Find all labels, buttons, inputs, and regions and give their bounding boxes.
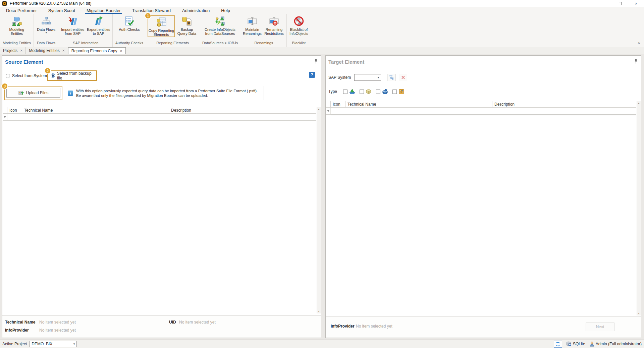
type-checkbox-infocube[interactable] bbox=[360, 90, 364, 94]
radio-icon-selected[interactable] bbox=[51, 73, 55, 78]
ribbon-group-label: Reporting Elements bbox=[148, 40, 198, 47]
type-checkbox-infoobject[interactable] bbox=[392, 90, 397, 94]
user-icon bbox=[589, 341, 594, 347]
scroll-down-icon[interactable]: ▼ bbox=[317, 309, 321, 313]
column-header-description[interactable]: Description bbox=[169, 107, 316, 113]
scroll-down-icon[interactable]: ▼ bbox=[637, 311, 641, 315]
radio-icon bbox=[6, 74, 10, 78]
scroll-up-icon[interactable]: ▲ bbox=[637, 101, 641, 105]
copy-reporting-elements-button[interactable]: Copy Reporting Elements bbox=[148, 16, 174, 37]
source-panel-footer: Technical Name No item selected yet UID … bbox=[2, 315, 321, 338]
import-entities-button[interactable]: Import entities from SAP bbox=[60, 15, 85, 36]
ribbon-group-modeling-entities: Modeling Entities Modeling Entities bbox=[0, 14, 34, 47]
filter-funnel-icon bbox=[3, 116, 6, 119]
column-header-description[interactable]: Description bbox=[492, 101, 636, 107]
import-from-sap-icon bbox=[67, 16, 78, 26]
ribbon-group-label: Modeling Entities bbox=[1, 40, 32, 47]
filter-funnel-icon bbox=[327, 110, 330, 113]
auth-checks-button[interactable]: Auth Checks bbox=[114, 15, 144, 32]
radio-backup-highlight: 2 Select from backup file bbox=[47, 70, 97, 81]
source-grid-header: Icon Technical Name Description bbox=[3, 107, 316, 114]
target-grid-filter-row[interactable] bbox=[326, 108, 636, 115]
close-button[interactable]: × bbox=[628, 0, 644, 7]
ribbon: Modeling Entities Modeling Entities Data… bbox=[0, 14, 644, 47]
infoprovider-value: No item selected yet bbox=[356, 324, 392, 329]
minimize-icon: – bbox=[603, 1, 606, 6]
menu-tab-translation-steward[interactable]: Translation Steward bbox=[126, 7, 176, 14]
maintain-renamings-icon bbox=[247, 16, 258, 26]
radio-select-from-backup[interactable]: Select from backup file bbox=[57, 71, 96, 80]
active-project-select[interactable]: DEMO_BIX ▾ bbox=[30, 341, 77, 347]
ribbon-group-sap-interaction: Import entities from SAP Export entities… bbox=[59, 14, 113, 47]
column-header-icon[interactable]: Icon bbox=[331, 101, 345, 107]
active-project-label: Active Project bbox=[2, 342, 27, 346]
type-filter-row: Type bbox=[328, 89, 409, 95]
ribbon-group-data-flows: Data Flows ▾ Data Flows bbox=[34, 14, 59, 47]
type-checkbox-dso[interactable] bbox=[376, 90, 380, 94]
ribbon-group-blacklist: Blacklist of InfoObjects Blacklist bbox=[287, 14, 311, 47]
window-controls: – × bbox=[597, 0, 644, 7]
export-entities-button[interactable]: Export entities to SAP bbox=[86, 15, 111, 36]
sap-system-select[interactable]: ▾ bbox=[354, 74, 381, 81]
scroll-up-icon[interactable]: ▲ bbox=[317, 107, 321, 111]
collapse-ribbon-icon[interactable]: ^ bbox=[638, 42, 640, 46]
uid-label: UID bbox=[169, 320, 176, 325]
column-header-technical-name[interactable]: Technical Name bbox=[22, 107, 169, 113]
row-indicator-header bbox=[326, 101, 331, 107]
target-grid: Icon Technical Name Description bbox=[326, 101, 636, 315]
column-header-technical-name[interactable]: Technical Name bbox=[345, 101, 492, 107]
ribbon-group-label: Blacklist bbox=[288, 40, 310, 47]
maintain-renamings-button[interactable]: Maintain Renamings bbox=[243, 15, 262, 36]
tab-close-icon[interactable]: × bbox=[62, 48, 65, 53]
grid-focus-line bbox=[7, 121, 316, 122]
restore-button[interactable] bbox=[612, 0, 628, 7]
pin-icon[interactable] bbox=[634, 59, 638, 64]
menu-tab-help[interactable]: Help bbox=[215, 7, 236, 14]
dso-icon bbox=[382, 89, 388, 95]
sync-button[interactable] bbox=[554, 341, 562, 348]
type-checkbox-multiprovider[interactable] bbox=[343, 90, 347, 94]
renaming-restrictions-icon bbox=[269, 16, 279, 26]
upload-files-icon bbox=[18, 90, 24, 96]
modeling-entities-icon bbox=[11, 16, 22, 26]
tab-projects[interactable]: Projects × bbox=[0, 47, 26, 54]
upload-files-button[interactable]: Upload Files bbox=[6, 88, 60, 98]
menu-tab-administration[interactable]: Administration bbox=[176, 7, 215, 14]
uid-value: No item selected yet bbox=[179, 320, 216, 325]
infoprovider-value: No item selected yet bbox=[39, 328, 76, 333]
technical-name-value: No item selected yet bbox=[39, 320, 76, 325]
help-button[interactable]: ? bbox=[309, 72, 315, 78]
filter-list-icon bbox=[389, 75, 394, 80]
backup-query-data-button[interactable]: Backup Query Data bbox=[176, 15, 198, 36]
menu-tab-docu-performer[interactable]: Docu Performer bbox=[0, 7, 43, 14]
callout-badge-2: 2 bbox=[44, 67, 51, 74]
ribbon-group-label: Data Flows bbox=[35, 40, 57, 47]
tab-close-icon[interactable]: × bbox=[120, 49, 122, 53]
menu-tab-migration-booster[interactable]: Migration Booster bbox=[81, 7, 126, 14]
menu-tab-system-scout[interactable]: System Scout bbox=[43, 7, 81, 14]
infoobject-icon bbox=[398, 89, 405, 95]
tab-reporting-elements-copy[interactable]: Reporting Elements Copy × bbox=[68, 47, 126, 54]
title-bar: Performer Suite v20.2.0.0.27582 Main (64… bbox=[0, 0, 644, 7]
blacklist-infoobjects-button[interactable]: Blacklist of InfoObjects bbox=[288, 15, 310, 36]
next-button[interactable]: Next bbox=[586, 323, 614, 331]
grid-focus-line bbox=[331, 115, 636, 116]
target-grid-scrollbar[interactable]: ▲ ▼ bbox=[637, 101, 641, 315]
source-grid-filter-row[interactable] bbox=[3, 114, 316, 121]
filter-systems-button[interactable] bbox=[387, 74, 395, 81]
infoprovider-label: InfoProvider bbox=[331, 324, 355, 329]
minimize-button[interactable]: – bbox=[597, 0, 612, 7]
data-flows-button[interactable]: Data Flows ▾ bbox=[35, 15, 57, 34]
create-infoobjects-button[interactable]: Create InfoObjects from DataSources bbox=[201, 15, 239, 36]
pin-icon[interactable] bbox=[314, 59, 318, 64]
column-header-icon[interactable]: Icon bbox=[7, 107, 22, 113]
tab-close-icon[interactable]: × bbox=[20, 48, 22, 53]
modeling-entities-button[interactable]: Modeling Entities bbox=[4, 15, 29, 36]
close-icon: × bbox=[635, 1, 638, 6]
radio-select-from-system[interactable]: Select from System bbox=[6, 73, 47, 78]
source-grid-scrollbar[interactable]: ▲ ▼ bbox=[317, 107, 321, 313]
tab-modeling-entities[interactable]: Modeling Entities × bbox=[26, 47, 68, 54]
renaming-restrictions-button[interactable]: Renaming Restrictions bbox=[263, 15, 285, 36]
clear-filter-button[interactable] bbox=[399, 74, 407, 81]
callout-badge-3: 3 bbox=[1, 83, 8, 90]
